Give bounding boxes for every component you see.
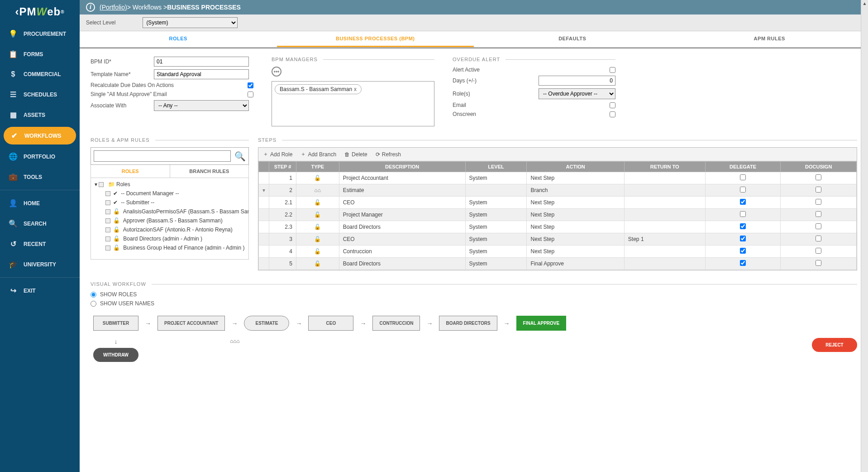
scroll-up-icon[interactable]: ▲ bbox=[861, 0, 868, 7]
nav-home[interactable]: 👤HOME bbox=[0, 193, 80, 213]
single-email-checkbox[interactable] bbox=[248, 92, 253, 97]
visual-workflow-heading: VISUAL WORKFLOW bbox=[91, 281, 857, 287]
table-row[interactable]: 2.1🔓CEOSystemNext Step bbox=[259, 197, 857, 209]
tab-apm-rules[interactable]: APM RULES bbox=[671, 31, 868, 47]
nav-icon: 💼 bbox=[8, 173, 18, 181]
show-roles-radio[interactable] bbox=[91, 292, 96, 298]
nav-procurement[interactable]: 💡PROCUREMENT bbox=[0, 24, 80, 44]
nav-forms[interactable]: 📋FORMS bbox=[0, 44, 80, 64]
tree-item[interactable]: ✔ -- Submitter -- bbox=[93, 198, 247, 207]
associate-dropdown[interactable]: -- Any -- bbox=[154, 100, 249, 111]
subtab-roles[interactable]: ROLES bbox=[91, 165, 170, 178]
overdue-onscreen-checkbox[interactable] bbox=[610, 111, 615, 117]
node-submitter[interactable]: SUBMITTER bbox=[93, 316, 138, 331]
tree-item[interactable]: 🔓 Board Directors (admin - Admin ) bbox=[93, 234, 247, 243]
docusign-checkbox[interactable] bbox=[816, 260, 821, 266]
roles-search-input[interactable] bbox=[94, 150, 231, 162]
node-withdraw[interactable]: WITHDRAW bbox=[93, 348, 138, 362]
nav-workflows[interactable]: ✔WORKFLOWS bbox=[4, 127, 76, 144]
select-level-dropdown[interactable]: (System) bbox=[143, 17, 238, 28]
branch-icon: ⌂⌂⌂ bbox=[230, 338, 240, 344]
table-row[interactable]: ▾2⌂⌂EstimateBranch bbox=[259, 184, 857, 197]
tree-item[interactable]: 🔓 AutorizacionSAF (Antonio.R - Antonio R… bbox=[93, 225, 247, 234]
nav-portfolio[interactable]: 🌐PORTFOLIO bbox=[0, 146, 80, 167]
table-row[interactable]: 2.2🔓Project ManagerSystemNext Step bbox=[259, 209, 857, 221]
table-row[interactable]: 2.3🔓Board DirectorsSystemNext Step bbox=[259, 221, 857, 233]
docusign-checkbox[interactable] bbox=[816, 223, 821, 229]
node-project-accountant[interactable]: PROJECT ACCOUNTANT bbox=[157, 316, 225, 331]
days-input[interactable] bbox=[539, 76, 615, 86]
node-reject[interactable]: REJECT bbox=[812, 338, 857, 352]
node-contruccion[interactable]: CONTRUCCION bbox=[372, 316, 420, 331]
template-name-input[interactable] bbox=[154, 69, 249, 79]
node-final-approve[interactable]: FINAL APPROVE bbox=[516, 316, 567, 331]
nav-icon: 👤 bbox=[8, 199, 18, 207]
steps-table: STEP #TYPEDESCRIPTIONLEVELACTIONRETURN T… bbox=[258, 161, 857, 270]
tree-root[interactable]: ▾ 📁 Roles bbox=[93, 180, 247, 189]
table-row[interactable]: 5🔓Board DirectorsSystemFinal Approve bbox=[259, 258, 857, 270]
docusign-checkbox[interactable] bbox=[816, 211, 821, 217]
info-icon[interactable]: i bbox=[86, 3, 95, 12]
manager-chip[interactable]: Bassam.S - Bassam Sammanx bbox=[275, 84, 362, 94]
scrollbar[interactable]: ▲ bbox=[861, 0, 868, 472]
bpm-id-label: BPM ID* bbox=[91, 58, 154, 65]
docusign-checkbox[interactable] bbox=[816, 199, 821, 205]
refresh-button[interactable]: ⟳ Refresh bbox=[376, 150, 401, 158]
table-row[interactable]: 3🔓CEOSystemNext StepStep 1 bbox=[259, 233, 857, 246]
table-row[interactable]: 1🔓Project AccountantSystemNext Step bbox=[259, 172, 857, 184]
chip-remove-icon[interactable]: x bbox=[354, 86, 357, 92]
nav-exit[interactable]: ↪EXIT bbox=[0, 280, 80, 301]
tree-item[interactable]: ✔ -- Document Manager -- bbox=[93, 189, 247, 198]
managers-box[interactable]: Bassam.S - Bassam Sammanx bbox=[272, 81, 434, 126]
tab-defaults[interactable]: DEFAULTS bbox=[474, 31, 671, 47]
node-estimate[interactable]: ESTIMATE bbox=[244, 316, 289, 331]
table-row[interactable]: 4🔓ContruccionSystemNext Step bbox=[259, 246, 857, 258]
nav-icon: ✔ bbox=[9, 131, 19, 140]
nav-tools[interactable]: 💼TOOLS bbox=[0, 167, 80, 187]
overdue-roles-dropdown[interactable]: -- Overdue Approver -- bbox=[539, 88, 615, 99]
docusign-checkbox[interactable] bbox=[816, 174, 821, 180]
node-board-directors[interactable]: BOARD DIRECTORS bbox=[439, 316, 497, 331]
overdue-email-checkbox[interactable] bbox=[610, 102, 615, 108]
delegate-checkbox[interactable] bbox=[740, 260, 746, 266]
tree-item[interactable]: 🔓 Approver (Bassam.S - Bassam Samman) bbox=[93, 216, 247, 225]
subtab-branch-rules[interactable]: BRANCH RULES bbox=[170, 165, 249, 178]
delegate-checkbox[interactable] bbox=[740, 211, 746, 217]
tab-roles[interactable]: ROLES bbox=[80, 31, 277, 47]
nav-icon: ↺ bbox=[8, 240, 18, 248]
delegate-checkbox[interactable] bbox=[740, 199, 746, 205]
associate-label: Associate With bbox=[91, 102, 154, 109]
nav-assets[interactable]: ▦ASSETS bbox=[0, 105, 80, 125]
docusign-checkbox[interactable] bbox=[816, 187, 821, 193]
recalc-checkbox[interactable] bbox=[248, 82, 253, 88]
nav-commercial[interactable]: $COMMERCIAL bbox=[0, 64, 80, 84]
tree-item[interactable]: 🔓 AnalisisGastoPermisoSAF (Bassam.S - Ba… bbox=[93, 207, 247, 216]
managers-more-icon[interactable]: ••• bbox=[272, 67, 281, 77]
delegate-checkbox[interactable] bbox=[740, 187, 746, 193]
nav-schedules[interactable]: ☰SCHEDULES bbox=[0, 84, 80, 105]
delegate-checkbox[interactable] bbox=[740, 174, 746, 180]
breadcrumb-bar: i (Portfolio) > Workflows > BUSINESS PRO… bbox=[80, 0, 868, 14]
tree-item[interactable]: 🔓 Business Group Head of Finance (admin … bbox=[93, 243, 247, 252]
alert-active-checkbox[interactable] bbox=[610, 67, 615, 73]
bpm-id-input[interactable] bbox=[154, 57, 249, 67]
add-branch-button[interactable]: ＋ Add Branch bbox=[300, 150, 336, 158]
delete-button[interactable]: 🗑 Delete bbox=[344, 150, 367, 158]
add-role-button[interactable]: ＋ Add Role bbox=[263, 150, 292, 158]
logo: ‹PMWeb® bbox=[0, 0, 80, 24]
alert-active-label: Alert Active bbox=[453, 67, 610, 73]
nav-university[interactable]: 🎓UNIVERSITY bbox=[0, 254, 80, 275]
roles-tree[interactable]: ▾ 📁 Roles ✔ -- Document Manager --✔ -- S… bbox=[91, 178, 249, 260]
delegate-checkbox[interactable] bbox=[740, 236, 746, 241]
show-usernames-radio[interactable] bbox=[91, 301, 96, 307]
search-icon[interactable]: 🔍 bbox=[234, 151, 246, 162]
docusign-checkbox[interactable] bbox=[816, 236, 821, 241]
delegate-checkbox[interactable] bbox=[740, 248, 746, 254]
nav-search[interactable]: 🔍SEARCH bbox=[0, 213, 80, 234]
breadcrumb-portfolio-link[interactable]: (Portfolio) bbox=[100, 4, 127, 11]
nav-recent[interactable]: ↺RECENT bbox=[0, 234, 80, 254]
delegate-checkbox[interactable] bbox=[740, 223, 746, 229]
tab-bpm[interactable]: BUSINESS PROCESSES (BPM) bbox=[277, 31, 474, 47]
node-ceo[interactable]: CEO bbox=[308, 316, 353, 331]
docusign-checkbox[interactable] bbox=[816, 248, 821, 254]
